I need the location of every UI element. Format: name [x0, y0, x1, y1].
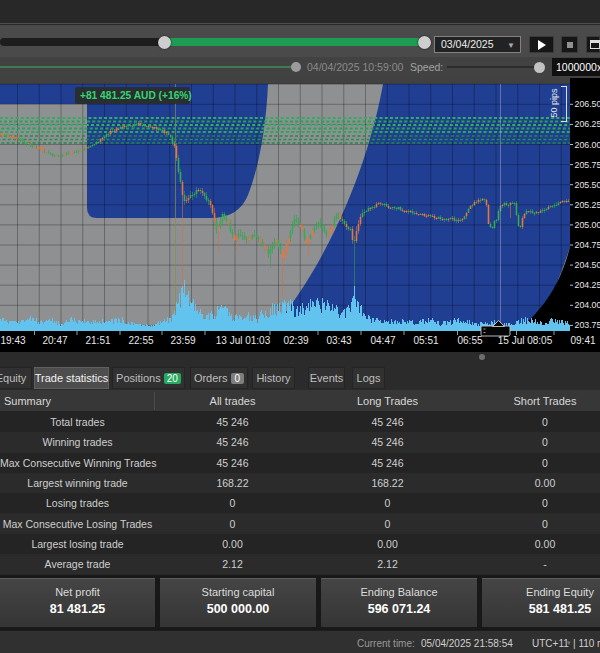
svg-text:204.00: 204.00 [575, 300, 600, 310]
svg-text:+81 481.25 AUD (+16%): +81 481.25 AUD (+16%) [80, 90, 192, 101]
svg-text:204.75: 204.75 [575, 240, 600, 250]
svg-text:204.25: 204.25 [575, 280, 600, 290]
svg-text:19:43: 19:43 [0, 335, 25, 346]
svg-text:05:51: 05:51 [413, 335, 438, 346]
svg-text:22:55: 22:55 [128, 335, 153, 346]
svg-text:206.00: 206.00 [575, 140, 600, 150]
svg-text:204.50: 204.50 [575, 260, 600, 270]
svg-text:205.50: 205.50 [575, 180, 600, 190]
svg-text:206.25: 206.25 [575, 119, 600, 129]
svg-text:206.50: 206.50 [575, 99, 600, 109]
svg-text:13 Jul 01:03: 13 Jul 01:03 [216, 335, 271, 346]
svg-text:02:39: 02:39 [283, 335, 308, 346]
svg-text:205.75: 205.75 [575, 160, 600, 170]
svg-text:15 Jul 08:05: 15 Jul 08:05 [498, 335, 553, 346]
svg-text:09:41: 09:41 [570, 335, 595, 346]
svg-text:20:47: 20:47 [42, 335, 67, 346]
svg-text:06:55: 06:55 [457, 335, 482, 346]
svg-text:03:43: 03:43 [326, 335, 351, 346]
svg-text:04:47: 04:47 [370, 335, 395, 346]
svg-text:205.00: 205.00 [575, 220, 600, 230]
svg-text:23:59: 23:59 [170, 335, 195, 346]
svg-text:205.25: 205.25 [575, 200, 600, 210]
svg-text:21:51: 21:51 [85, 335, 110, 346]
svg-text:203.75: 203.75 [575, 320, 600, 330]
svg-text:50 pips: 50 pips [549, 88, 559, 118]
